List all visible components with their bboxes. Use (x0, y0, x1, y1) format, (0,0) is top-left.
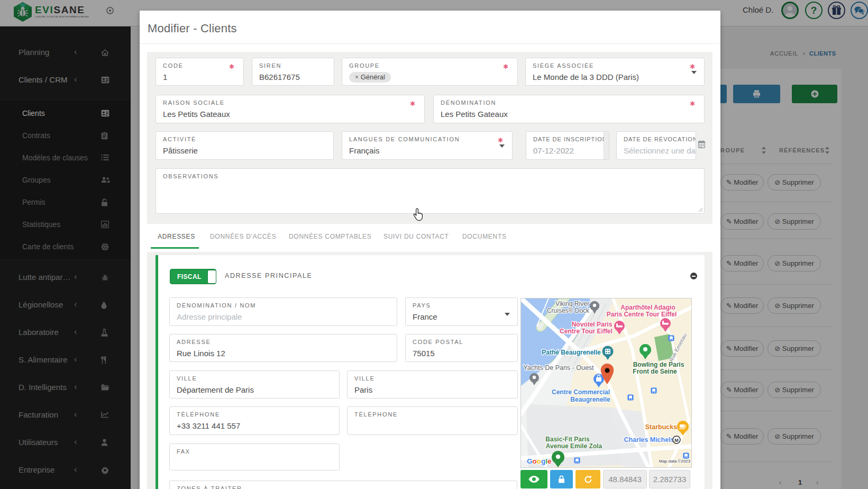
svg-text:Novotel Paris: Novotel Paris (572, 321, 613, 328)
svg-text:Pathé Beaugrenelle: Pathé Beaugrenelle (542, 349, 601, 356)
svg-text:Aparthôtel Adagio: Aparthôtel Adagio (620, 304, 675, 311)
svg-text:Paris Centre Tour Eiffel: Paris Centre Tour Eiffel (607, 311, 677, 318)
svg-text:Bowling de Paris: Bowling de Paris (633, 361, 684, 368)
svg-text:Google: Google (527, 457, 552, 465)
svg-text:Map data ©2023: Map data ©2023 (659, 459, 691, 464)
svg-text:Basic-Fit Paris: Basic-Fit Paris (545, 436, 590, 443)
svg-text:Beaugrenelle: Beaugrenelle (570, 396, 610, 403)
svg-text:Viking River: Viking River (555, 300, 589, 307)
svg-text:Yachts De Paris - Ouest: Yachts De Paris - Ouest (523, 364, 594, 372)
svg-text:Starbucks: Starbucks (645, 423, 677, 431)
svg-text:Front de Seine: Front de Seine (633, 368, 677, 375)
svg-text:Centre Tour Eiffel: Centre Tour Eiffel (560, 328, 613, 335)
svg-text:Avenue Emile Zola: Avenue Emile Zola (546, 442, 602, 450)
svg-text:Charles Michels: Charles Michels (624, 436, 674, 443)
svg-text:Centre Commercial: Centre Commercial (552, 388, 610, 396)
svg-text:Cruises® Dock: Cruises® Dock (547, 307, 590, 314)
svg-text:M: M (674, 438, 679, 443)
